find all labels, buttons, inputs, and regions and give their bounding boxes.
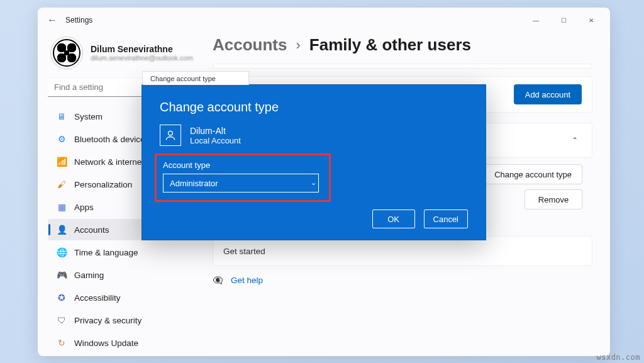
sidebar-item-label: Network & internet [74, 157, 144, 167]
window-title: Settings [65, 16, 92, 25]
sidebar-item-label: Bluetooth & devices [74, 135, 149, 144]
remove-button[interactable]: Remove [525, 189, 582, 209]
sidebar-item-label: Accessibility [74, 293, 121, 303]
page-title: Family & other users [309, 35, 471, 55]
account-header[interactable]: Dilum Senevirathne dilum.senevirathne@ou… [50, 36, 196, 69]
personalization-icon: 🖌 [57, 179, 67, 189]
time-language-icon: 🌐 [57, 247, 67, 257]
sidebar-item-windows-update[interactable]: ↻Windows Update [48, 332, 196, 354]
privacy-security-icon: 🛡 [57, 315, 67, 325]
sidebar-item-label: Privacy & security [74, 316, 142, 325]
back-button[interactable]: ← [43, 11, 62, 30]
gaming-icon: 🎮 [57, 270, 67, 280]
chevron-up-icon: ⌃ [572, 136, 578, 145]
change-account-type-dialog: Change account type Change account type … [142, 84, 486, 240]
person-icon [160, 125, 181, 146]
minimize-button[interactable]: — [522, 11, 550, 30]
sidebar-item-privacy-security[interactable]: 🛡Privacy & security [48, 310, 196, 331]
dialog-title: Change account type [160, 100, 468, 114]
get-started-row[interactable]: Get started [213, 236, 592, 266]
ok-button[interactable]: OK [372, 209, 415, 228]
sidebar-item-label: Windows Update [74, 338, 138, 348]
get-help-link[interactable]: Get help [231, 276, 263, 285]
sidebar-item-label: Gaming [74, 271, 104, 280]
dialog-account-name: Dilum-Alt [190, 126, 241, 136]
dialog-account-sub: Local Account [190, 136, 241, 145]
accounts-icon: 👤 [57, 225, 67, 235]
account-type-label: Account type [163, 160, 323, 170]
watermark: wsxdn.com [596, 353, 640, 362]
help-icon: 👁‍🗨 [213, 275, 223, 285]
titlebar: ← Settings — ☐ ✕ [38, 8, 610, 33]
user-email: dilum.senevirathne@outlook.com [91, 54, 193, 62]
breadcrumb: Accounts › Family & other users [213, 35, 592, 55]
breadcrumb-parent[interactable]: Accounts [213, 35, 287, 55]
cancel-button[interactable]: Cancel [424, 209, 468, 228]
highlight-annotation: Account type Administrator ⌄ [155, 154, 331, 202]
help-row[interactable]: 👁‍🗨 Get help [213, 275, 592, 285]
section-divider [213, 64, 592, 69]
sidebar-item-label: System [74, 112, 103, 121]
add-account-button[interactable]: Add account [514, 84, 582, 104]
get-started-label: Get started [223, 247, 265, 256]
close-button[interactable]: ✕ [577, 11, 605, 30]
sidebar-item-label: Personalization [74, 180, 132, 189]
maximize-button[interactable]: ☐ [550, 11, 577, 30]
change-account-type-button[interactable]: Change account type [484, 164, 582, 184]
sidebar-item-label: Accounts [74, 225, 109, 235]
apps-icon: ▦ [57, 202, 67, 212]
sidebar-item-label: Apps [74, 203, 94, 212]
sidebar-item-time-language[interactable]: 🌐Time & language [48, 242, 196, 263]
windows-update-icon: ↻ [57, 338, 67, 348]
user-name: Dilum Senevirathne [91, 44, 193, 54]
dialog-tab-title: Change account type [142, 71, 249, 85]
bluetooth-devices-icon: ⚙ [57, 134, 67, 144]
network-internet-icon: 📶 [57, 157, 67, 167]
accessibility-icon: ✪ [57, 293, 67, 303]
dialog-account-row: Dilum-Alt Local Account [160, 125, 468, 146]
window-controls: — ☐ ✕ [522, 11, 605, 30]
system-icon: 🖥 [57, 111, 67, 121]
sidebar-item-gaming[interactable]: 🎮Gaming [48, 264, 196, 286]
account-type-select[interactable]: Administrator [163, 174, 319, 193]
svg-point-0 [169, 131, 173, 135]
chevron-right-icon: › [296, 37, 300, 53]
avatar [50, 36, 83, 69]
arrow-left-icon: ← [47, 14, 57, 26]
sidebar-item-label: Time & language [74, 248, 138, 257]
sidebar-item-accessibility[interactable]: ✪Accessibility [48, 287, 196, 308]
